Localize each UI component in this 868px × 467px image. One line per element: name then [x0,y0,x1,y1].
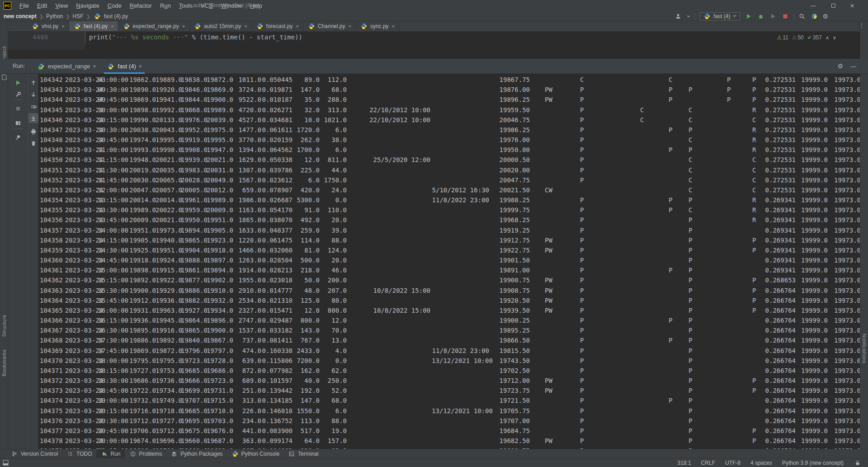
cell: 104355 [40,206,61,214]
menu-code[interactable]: Code [104,1,126,10]
tool-stripe-bookmarks[interactable]: Bookmarks [1,349,7,376]
close-tab-icon[interactable]: × [111,24,113,29]
menu-refactor[interactable]: Refactor [126,1,156,10]
ide-features-icon[interactable] [810,12,818,20]
cell: 09:45:00 [97,96,128,103]
more-options-icon[interactable]: ⋮ [859,22,864,29]
tool-stripe-notifications[interactable]: Notifications [862,334,867,363]
close-tab-icon[interactable]: × [182,24,185,29]
menu-view[interactable]: View [51,1,72,10]
cell-letter: P [580,237,586,244]
breadcrumb-file[interactable]: fast (4).py [104,13,128,19]
editor[interactable]: 4409 print("--- %s seconds ---" % (time.… [8,32,860,50]
status-item[interactable]: UTF-8 [725,460,741,466]
tool-window-button-run[interactable]: Run [96,449,125,458]
trash-button[interactable] [28,138,38,148]
cell: 19973.0 [834,247,860,254]
up-button[interactable] [28,78,38,88]
debug-button-icon[interactable] [757,12,765,20]
editor-tab-auto2-15min-py[interactable]: auto2 15min.py× [189,21,252,31]
rerun-button[interactable] [13,78,23,88]
cell: 1700.0 [293,146,320,153]
wrench-button[interactable] [13,90,23,100]
close-tab-icon[interactable]: × [139,63,142,70]
run-button-icon[interactable] [745,12,753,20]
console-output[interactable]: 2023-03-2410434203:00:0019862.019889.019… [38,74,860,449]
run-tab-fast-4-[interactable]: fast (4)× [101,59,147,74]
breadcrumb-item[interactable]: HSF [72,13,83,19]
close-tab-icon[interactable]: × [348,24,351,29]
menu-edit[interactable]: Edit [33,1,51,10]
user-dropdown-icon[interactable] [686,12,691,20]
settings-gear-icon[interactable]: ⚙ [822,13,828,20]
tool-stripe-structure[interactable]: Structure [1,315,7,337]
cell: 19973.0 [834,357,860,364]
cell: 104342 [40,76,61,83]
editor-tab-forecast-py[interactable]: forecast.py× [252,21,303,31]
cell: 143.0 [293,327,320,334]
cell-letter: P [727,76,733,83]
cell: 20065.0 [156,176,181,184]
tool-window-button-problems[interactable]: Problems [125,449,166,458]
cell: 0.266764 [765,417,796,424]
search-everywhere-icon[interactable] [798,12,806,20]
editor-tab-fast-4-py[interactable]: fast (4).py× [69,21,118,31]
print-button[interactable] [28,127,38,137]
tool-window-button-version-control[interactable]: Version Control [6,449,62,458]
cell: 19999.0 [801,377,827,384]
close-tab-icon[interactable]: × [296,24,298,29]
inspection-widget[interactable]: ⚠11 ⚠50 ✔357 ∧ ∨ [777,34,836,41]
minimize-button[interactable]: — [806,0,821,11]
cell: 38.0 [320,136,347,143]
stop-button[interactable] [13,104,23,114]
cell-letter: P [689,337,695,344]
menu-run[interactable]: Run [156,1,175,10]
cell: 19862.0 [129,76,156,83]
run-tab-expected-range[interactable]: expected_range× [32,59,101,74]
menu-file[interactable]: File [15,1,33,10]
status-item[interactable]: Python 3.9 (new concept) [782,460,844,466]
close-tab-icon[interactable]: × [61,24,64,29]
status-item[interactable]: 4 spaces [750,460,772,466]
hide-panel-icon[interactable]: — [850,63,856,70]
file-icon[interactable] [2,74,7,82]
close-tab-icon[interactable]: × [244,24,247,29]
editor-tab-channel-py[interactable]: Channel.py× [303,21,356,31]
close-tab-icon[interactable]: × [93,63,96,70]
cell: 19973.0 [834,417,860,424]
run-configuration-selector[interactable]: fast (4) [699,12,741,21]
tool-window-button-todo[interactable]: TODO [62,449,96,458]
cell-letter: P [752,96,759,103]
prev-problem-icon[interactable]: ∧ [826,35,829,41]
tool-window-button-terminal[interactable]: Terminal [283,449,322,458]
tool-window-toggle-icon[interactable] [3,459,9,467]
scrollend-button[interactable] [28,113,38,123]
layout-button[interactable] [13,118,23,128]
softwrap-button[interactable] [28,102,38,112]
editor-tab-expected-range-py[interactable]: expected_range.py× [118,21,190,31]
status-item[interactable]: 318:1 [678,460,691,466]
tool-window-button-python-packages[interactable]: Python Packages [166,449,226,458]
breadcrumb-item[interactable]: new concept [4,13,37,19]
status-item[interactable]: CRLF [701,460,715,466]
stop-button-icon[interactable] [781,12,789,20]
settings-gear-icon[interactable]: ⚙ [837,62,843,70]
console-row: 2023-03-2410435814:15:0019905.019940.019… [38,237,860,247]
pin-button[interactable] [13,133,23,143]
down-button[interactable] [28,90,38,100]
next-problem-icon[interactable]: ∨ [833,35,836,41]
menu-navigate[interactable]: Navigate [72,1,103,10]
maximize-button[interactable] [826,0,841,11]
editor-tab-sync-py[interactable]: sync.py× [356,21,399,31]
cell-letter: P [580,287,586,294]
profile-button-disabled-icon[interactable] [769,12,777,20]
editor-tab-vhsi-py[interactable]: vhsi.py× [27,21,69,31]
breadcrumb-item[interactable]: Python [46,13,63,19]
close-tab-icon[interactable]: × [392,24,395,29]
cell: 1550.0 [293,407,320,415]
cell: 104375 [40,407,61,415]
tool-window-button-python-console[interactable]: Python Console [227,449,284,458]
cell: 0.139442 [262,387,292,394]
cell: 19684.75 [491,427,530,434]
close-button[interactable]: ✕ [844,0,860,11]
